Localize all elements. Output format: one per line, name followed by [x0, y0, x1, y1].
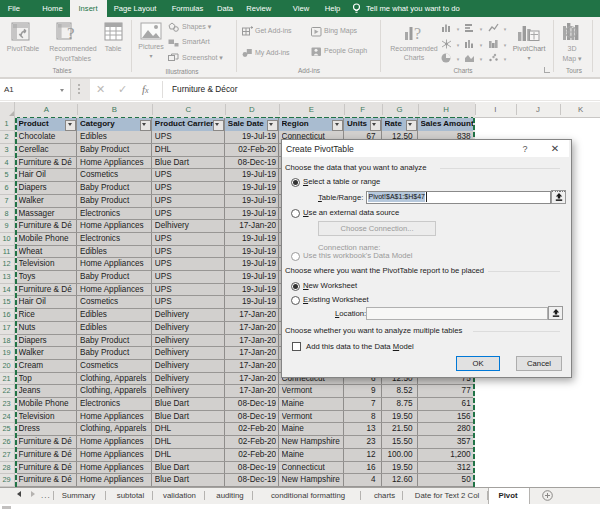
svg-text:?: ? — [414, 25, 421, 41]
svg-text:?: ? — [67, 24, 75, 42]
